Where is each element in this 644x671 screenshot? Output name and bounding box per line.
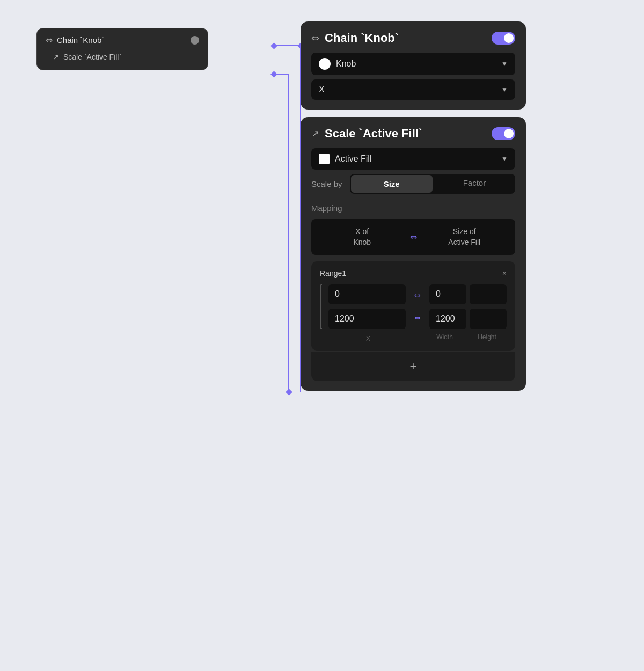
chain-knob-panel: ⇔ Chain `Knob` Knob ▼ X ▼	[301, 21, 526, 110]
scale-by-label: Scale by	[311, 179, 342, 188]
range-input-top-right-1[interactable]: 0	[429, 284, 466, 304]
range-input-bottom-right-2[interactable]	[470, 309, 507, 329]
left-node-card: ⇔ Chain `Knob` ↗ Scale `Active Fill`	[36, 28, 208, 70]
mapping-row: X ofKnob ⇔ Size ofActive Fill	[311, 219, 515, 255]
range-arrow-bottom: ⇔	[414, 313, 421, 322]
left-card-title: Chain `Knob`	[57, 35, 104, 45]
chain-knob-dropdown2-label: X	[319, 85, 496, 94]
range-header: Range1 ×	[320, 269, 507, 278]
svg-rect-4	[270, 42, 277, 49]
scale-icon-left: ↗	[53, 53, 59, 61]
active-fill-square-icon	[319, 154, 330, 164]
range-inputs-left: 0 1200	[328, 284, 406, 329]
range-label-pair: Width Height	[425, 333, 507, 343]
right-panel: ⇔ Chain `Knob` Knob ▼ X ▼ ↗ Scale `Activ…	[301, 21, 526, 391]
range-bracket	[320, 284, 322, 329]
active-fill-dropdown-arrow: ▼	[501, 155, 508, 163]
chain-knob-title: Chain `Knob`	[325, 31, 486, 45]
range-rows: 0 1200 ⇔ ⇔ 0 1200	[320, 284, 507, 329]
svg-rect-5	[270, 71, 277, 78]
mapping-title: Mapping	[311, 203, 515, 213]
range-label-width: Width	[425, 333, 464, 343]
chain-icon-right: ⇔	[311, 32, 319, 44]
range-inputs-right: 0 1200	[429, 284, 507, 329]
mapping-right-label: Size ofActive Fill	[448, 227, 480, 246]
scale-active-fill-toggle[interactable]	[492, 127, 515, 140]
left-card-toggle[interactable]	[191, 36, 199, 45]
range-input-pair-top: 0	[429, 284, 507, 304]
add-range-button[interactable]: +	[311, 352, 515, 381]
knob-circle-icon	[319, 58, 331, 70]
range-labels-row: X Width Height	[320, 333, 507, 343]
range-close-btn[interactable]: ×	[502, 269, 507, 278]
range-label-x: X	[327, 333, 409, 343]
mapping-arrow: ⇔	[405, 232, 422, 242]
svg-rect-7	[286, 389, 292, 396]
range-input-bottom-right-1[interactable]: 1200	[429, 309, 466, 329]
chain-knob-header: ⇔ Chain `Knob`	[311, 31, 515, 45]
scale-icon-right: ↗	[311, 128, 319, 140]
scale-by-row: Scale by Size Factor	[311, 174, 515, 194]
range-input-bottom-left[interactable]: 1200	[328, 309, 406, 329]
range-arrow-col: ⇔ ⇔	[410, 284, 425, 329]
left-card-sub-item: ↗ Scale `Active Fill`	[46, 50, 199, 63]
left-card-sub-label: Scale `Active Fill`	[63, 53, 121, 61]
range-label-height: Height	[467, 333, 507, 343]
active-fill-dropdown[interactable]: Active Fill ▼	[311, 148, 515, 170]
range-input-top-right-2[interactable]	[470, 284, 507, 304]
range-input-top-left[interactable]: 0	[328, 284, 406, 304]
mapping-right-col: Size ofActive Fill	[422, 227, 507, 247]
chain-knob-dropdown1-arrow: ▼	[501, 60, 508, 68]
mapping-left-label: X ofKnob	[353, 227, 371, 246]
chain-knob-toggle[interactable]	[492, 32, 515, 45]
range-input-pair-bottom: 1200	[429, 309, 507, 329]
tab-size[interactable]: Size	[351, 175, 433, 193]
scale-active-fill-header: ↗ Scale `Active Fill`	[311, 127, 515, 141]
chain-knob-dropdown2[interactable]: X ▼	[311, 79, 515, 100]
chain-knob-dropdown1[interactable]: Knob ▼	[311, 53, 515, 75]
scale-active-fill-panel: ↗ Scale `Active Fill` Active Fill ▼ Scal…	[301, 117, 526, 391]
mapping-left-col: X ofKnob	[320, 227, 405, 247]
scale-active-fill-title: Scale `Active Fill`	[325, 127, 486, 141]
range-arrow-top: ⇔	[414, 291, 421, 300]
range-block: Range1 × 0 1200 ⇔ ⇔ 0	[311, 261, 515, 351]
chain-icon-left: ⇔	[46, 35, 53, 45]
scale-by-tabs: Size Factor	[350, 174, 515, 194]
tab-factor[interactable]: Factor	[434, 174, 515, 194]
chain-knob-dropdown2-arrow: ▼	[501, 86, 508, 93]
chain-knob-dropdown1-label: Knob	[336, 59, 496, 69]
active-fill-dropdown-label: Active Fill	[335, 154, 496, 164]
range-title: Range1	[320, 269, 346, 278]
range-label-spacer	[409, 333, 425, 343]
left-card-header: ⇔ Chain `Knob`	[46, 35, 199, 45]
